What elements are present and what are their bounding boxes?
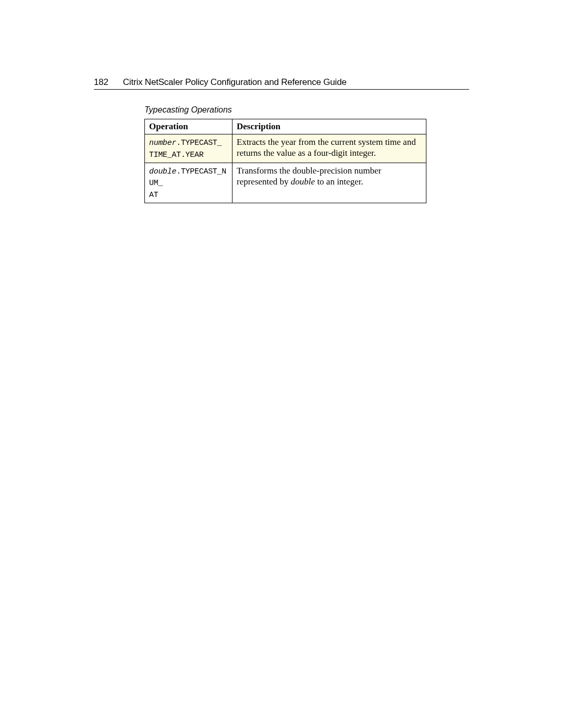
cell-operation: double.TYPECAST_NUM_AT — [145, 163, 232, 203]
op-variable: number — [149, 139, 176, 147]
col-header-description: Description — [232, 119, 426, 134]
col-header-operation: Operation — [145, 119, 232, 134]
cell-description: Transforms the double-precision number r… — [232, 163, 426, 203]
op-variable: double — [149, 167, 176, 176]
page-header: 182Citrix NetScaler Policy Configuration… — [94, 77, 469, 90]
document-page: 182Citrix NetScaler Policy Configuration… — [94, 77, 469, 203]
op-text: AT — [149, 191, 158, 200]
op-text: .TYPECAST_ — [176, 139, 222, 147]
table-row: number.TYPECAST_TIME_AT.YEAR Extracts th… — [145, 134, 426, 163]
doc-title: Citrix NetScaler Policy Configuration an… — [123, 77, 347, 87]
op-text: TIME_AT.YEAR — [149, 151, 203, 159]
page-number: 182 — [94, 77, 108, 88]
cell-operation: number.TYPECAST_TIME_AT.YEAR — [145, 134, 232, 163]
typecasting-operations-table: Operation Description number.TYPECAST_TI… — [144, 119, 426, 203]
table-caption: Typecasting Operations — [144, 105, 469, 115]
desc-text-em: double — [291, 177, 315, 187]
desc-text-post: to an integer. — [315, 177, 363, 187]
table-row: double.TYPECAST_NUM_AT Transforms the do… — [145, 163, 426, 203]
table-header-row: Operation Description — [145, 119, 426, 134]
cell-description: Extracts the year from the current syste… — [232, 134, 426, 163]
